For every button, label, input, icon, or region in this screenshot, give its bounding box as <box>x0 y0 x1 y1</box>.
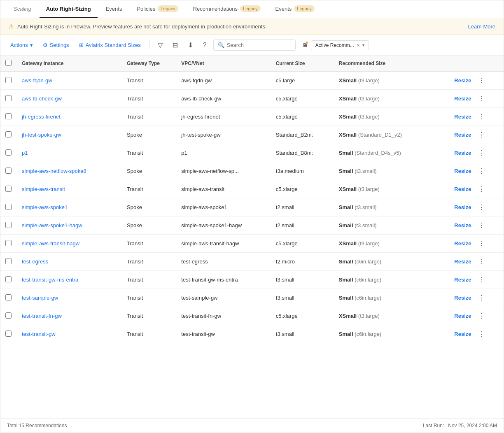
learn-more-link[interactable]: Learn More <box>468 23 495 30</box>
row-current-size: t2.micro <box>271 253 334 271</box>
tab-auto-right-sizing[interactable]: Auto Right-Sizing <box>40 1 98 18</box>
resize-button[interactable]: Resize <box>454 77 471 84</box>
row-recommended-size: XSmall (Standard_D1_v2) <box>334 126 450 144</box>
row-checkbox[interactable] <box>5 331 12 337</box>
gateway-link[interactable]: simple-aws-transit-hagw <box>22 240 79 247</box>
more-options-button[interactable]: ⋮ <box>476 94 487 103</box>
more-options-button[interactable]: ⋮ <box>476 166 487 176</box>
row-checkbox[interactable] <box>5 149 12 156</box>
columns-button[interactable]: ⊟ <box>169 39 181 51</box>
row-checkbox[interactable] <box>5 95 12 101</box>
rec-label: XSmall <box>339 313 357 319</box>
resize-button[interactable]: Resize <box>454 240 471 247</box>
active-filter-tag[interactable]: Active Recomm... × ▾ <box>311 40 369 50</box>
tab-events-2[interactable]: Events Legacy <box>269 0 321 18</box>
gateway-link[interactable]: test-transit-fn-gw <box>22 313 62 319</box>
row-checkbox[interactable] <box>5 222 12 228</box>
actions-button[interactable]: Actions ▾ <box>7 40 36 50</box>
gateway-link[interactable]: simple-aws-netflow-spoke8 <box>22 168 86 174</box>
row-checkbox[interactable] <box>5 204 12 210</box>
resize-button[interactable]: Resize <box>454 313 471 319</box>
filter-tag-close-icon[interactable]: × <box>357 42 360 48</box>
more-options-button[interactable]: ⋮ <box>476 239 487 248</box>
standard-sizes-button[interactable]: ⊞ Aviatrix Standard Sizes <box>76 40 144 50</box>
row-actions: Resize ⋮ <box>449 198 504 216</box>
row-recommended-size: XSmall (t3.large) <box>334 90 450 108</box>
more-options-button[interactable]: ⋮ <box>476 76 487 85</box>
gateway-link[interactable]: p1 <box>22 150 28 156</box>
resize-button[interactable]: Resize <box>454 132 471 138</box>
gateway-link[interactable]: aws-lb-check-gw <box>22 95 62 102</box>
filter-button[interactable]: ▽ <box>154 39 166 51</box>
resize-button[interactable]: Resize <box>454 331 471 337</box>
resize-button[interactable]: Resize <box>454 186 471 192</box>
tab-recommendations[interactable]: Recommendations Legacy <box>187 0 267 18</box>
row-checkbox[interactable] <box>5 113 12 119</box>
row-checkbox[interactable] <box>5 131 12 137</box>
row-vpc: test-transit-gw-ms-entra <box>176 271 271 289</box>
resize-button[interactable]: Resize <box>454 95 471 102</box>
row-checkbox[interactable] <box>5 312 12 319</box>
tab-events-1[interactable]: Events <box>99 1 129 18</box>
gateway-link[interactable]: test-egress <box>22 258 48 265</box>
resize-button[interactable]: Resize <box>454 150 471 156</box>
row-checkbox-cell <box>0 126 17 144</box>
resize-button[interactable]: Resize <box>454 277 471 283</box>
row-checkbox[interactable] <box>5 258 12 264</box>
rec-detail: (c6in.large) <box>355 277 381 283</box>
more-options-button[interactable]: ⋮ <box>476 130 487 140</box>
row-actions: Resize ⋮ <box>449 289 504 307</box>
resize-button[interactable]: Resize <box>454 168 471 174</box>
rec-label: XSmall <box>339 240 357 247</box>
row-checkbox[interactable] <box>5 240 12 246</box>
main-container: Scaling Auto Right-Sizing Events Policie… <box>0 0 504 433</box>
export-button[interactable]: ⬇ <box>184 39 196 51</box>
resize-button[interactable]: Resize <box>454 204 471 210</box>
actions-cell: Resize ⋮ <box>454 221 499 230</box>
more-options-button[interactable]: ⋮ <box>476 257 487 266</box>
row-vpc: simple-aws-transit <box>176 180 271 198</box>
more-options-button[interactable]: ⋮ <box>476 184 487 194</box>
row-gateway: test-transit-gw <box>17 325 122 343</box>
select-all-checkbox[interactable] <box>5 60 12 66</box>
row-checkbox[interactable] <box>5 294 12 300</box>
search-box[interactable]: 🔍 <box>213 40 296 51</box>
more-options-button[interactable]: ⋮ <box>476 112 487 121</box>
more-options-button[interactable]: ⋮ <box>476 148 487 158</box>
resize-button[interactable]: Resize <box>454 295 471 301</box>
tab-policies[interactable]: Policies Legacy <box>130 0 184 18</box>
gateway-link[interactable]: test-transit-gw <box>22 331 56 337</box>
row-vpc: jh-test-spoke-gw <box>176 126 271 144</box>
last-run-value: Nov 25, 2024 2:00 AM <box>448 423 497 428</box>
row-current-size: c5.large <box>271 72 334 90</box>
more-options-button[interactable]: ⋮ <box>476 329 487 339</box>
gateway-link[interactable]: jh-test-spoke-gw <box>22 132 61 138</box>
row-checkbox[interactable] <box>5 276 12 282</box>
gateway-link[interactable]: simple-aws-spoke1 <box>22 204 68 210</box>
resize-button[interactable]: Resize <box>454 222 471 228</box>
help-button[interactable]: ? <box>200 40 210 51</box>
row-checkbox[interactable] <box>5 77 12 83</box>
more-options-button[interactable]: ⋮ <box>476 293 487 303</box>
resize-button[interactable]: Resize <box>454 258 471 265</box>
filter-tag-arrow-icon[interactable]: ▾ <box>362 43 364 47</box>
row-gateway: p1 <box>17 144 122 162</box>
row-checkbox[interactable] <box>5 168 12 174</box>
row-type: Transit <box>122 325 176 343</box>
row-checkbox[interactable] <box>5 186 12 192</box>
gateway-link[interactable]: aws-fqdn-gw <box>22 77 52 84</box>
gateway-link[interactable]: simple-aws-transit <box>22 186 65 192</box>
resize-button[interactable]: Resize <box>454 114 471 120</box>
more-options-button[interactable]: ⋮ <box>476 221 487 230</box>
header-checkbox-col <box>0 56 17 72</box>
more-options-button[interactable]: ⋮ <box>476 311 487 321</box>
more-options-button[interactable]: ⋮ <box>476 203 487 212</box>
search-input[interactable] <box>227 42 291 48</box>
gateway-link[interactable]: test-sample-gw <box>22 295 58 301</box>
gateway-link[interactable]: jh-egress-firenet <box>22 114 61 120</box>
more-options-button[interactable]: ⋮ <box>476 275 487 284</box>
settings-button[interactable]: ⚙ Settings <box>40 40 72 50</box>
gateway-link[interactable]: simple-aws-spoke1-hagw <box>22 222 82 228</box>
gateway-link[interactable]: test-transit-gw-ms-entra <box>22 277 78 283</box>
tab-scaling[interactable]: Scaling <box>7 1 38 18</box>
